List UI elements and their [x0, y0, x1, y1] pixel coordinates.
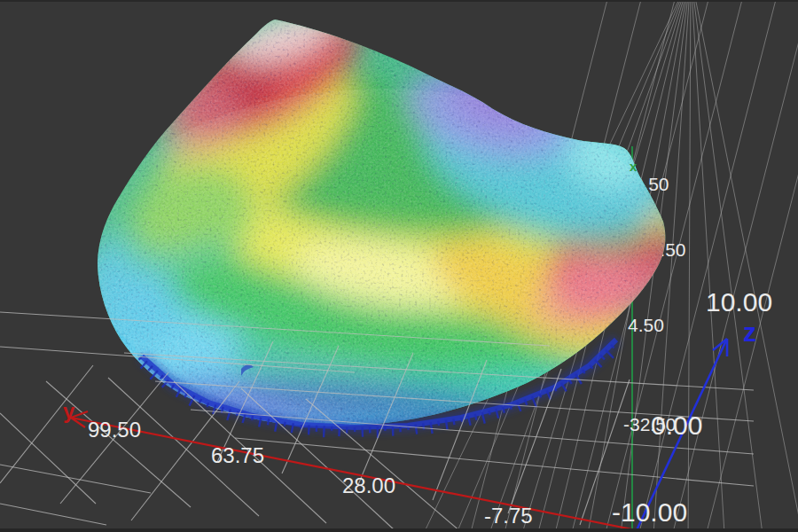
frame-strip-top [0, 0, 798, 2]
y-axis-tick-28-00: 28.00 [342, 473, 395, 497]
z-axis-tick-0-00: 0.00 [651, 411, 702, 440]
y-axis-tick-99-50: 99.50 [88, 418, 141, 442]
z-axis-tick-neg-10-00: -10.00 [612, 497, 687, 527]
frame-strip-bottom [0, 528, 798, 532]
surface-plot-viewport[interactable]: 78.50 41.50 99.50 63.75 28.00 -7.75 4.50… [0, 0, 798, 532]
y-axis-label: y [63, 399, 75, 423]
y-axis-tick-63-75: 63.75 [211, 443, 264, 467]
z-axis-label: z [743, 317, 756, 347]
y-axis-tick-neg-7-75: -7.75 [484, 504, 533, 528]
x-axis-tick-4-50: 4.50 [628, 315, 664, 335]
z-axis-tick-10-00: 10.00 [706, 287, 772, 317]
surface-plot-canvas[interactable]: 78.50 41.50 99.50 63.75 28.00 -7.75 4.50… [0, 0, 798, 532]
x-axis-label: x [630, 159, 638, 174]
